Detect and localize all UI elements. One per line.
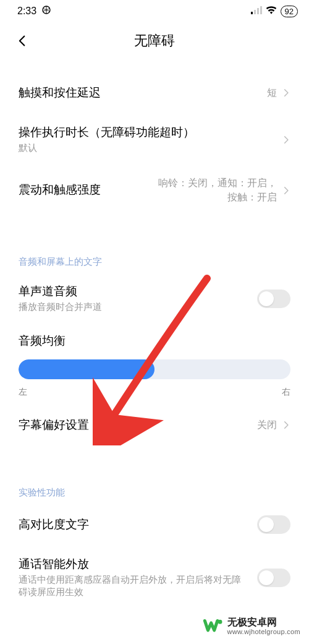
row-mono-audio: 单声道音频 播放音频时合并声道 (0, 273, 309, 324)
title-bar: 无障碍 (0, 22, 309, 59)
row-touch-hold-delay[interactable]: 触摸和按住延迟 短 (0, 72, 309, 114)
row-title: 字幕偏好设置 (19, 418, 250, 433)
watermark: 无极安卓网 www.wjhotelgroup.com (203, 616, 301, 637)
row-subtitle: 默认 (19, 142, 274, 154)
status-bar: 2:33 92 (0, 0, 309, 22)
row-title: 触摸和按住延迟 (19, 85, 260, 101)
status-time: 2:33 (17, 6, 36, 17)
watermark-title: 无极安卓网 (227, 617, 301, 628)
svg-rect-4 (260, 6, 262, 14)
watermark-url: www.wjhotelgroup.com (227, 628, 301, 635)
row-call-speaker: 通话智能外放 通话中使用距离感应器自动开启外放，开启后将对无障碍读屏应用生效 (0, 546, 309, 609)
row-caption-preferences[interactable]: 字幕偏好设置 关闭 (0, 404, 309, 446)
row-title: 操作执行时长（无障碍功能超时） (19, 125, 274, 140)
svg-point-5 (218, 620, 222, 624)
page-title: 无障碍 (134, 32, 175, 50)
back-button[interactable] (15, 33, 30, 48)
chevron-right-icon (282, 186, 290, 195)
row-action-timeout[interactable]: 操作执行时长（无障碍功能超时） 默认 (0, 114, 309, 165)
chevron-right-icon (282, 135, 290, 144)
row-value: 关闭 (257, 418, 277, 432)
row-subtitle: 播放音频时合并声道 (19, 301, 250, 313)
row-title: 高对比度文字 (19, 517, 250, 533)
slider-label-right: 右 (282, 387, 290, 398)
row-value: 短 (267, 86, 277, 100)
section-header-audio-text: 音频和屏幕上的文字 (0, 247, 309, 273)
row-audio-balance: 音频均衡 左 右 (0, 324, 309, 404)
row-title: 音频均衡 (19, 333, 290, 348)
toggle-call-speaker[interactable] (257, 569, 290, 587)
svg-rect-1 (251, 12, 253, 14)
battery-indicator: 92 (281, 6, 298, 17)
row-subtitle: 通话中使用距离感应器自动开启外放，开启后将对无障碍读屏应用生效 (19, 573, 250, 599)
signal-icon (251, 6, 262, 17)
svg-rect-2 (254, 10, 256, 14)
wifi-icon (266, 6, 277, 17)
slider-label-left: 左 (19, 387, 27, 398)
toggle-mono-audio[interactable] (257, 290, 290, 308)
svg-rect-3 (257, 8, 259, 14)
row-high-contrast-text: 高对比度文字 (0, 504, 309, 546)
section-header-experimental: 实验性功能 (0, 478, 309, 504)
row-value: 响铃：关闭，通知：开启，按触：开启 (153, 176, 277, 204)
slider-audio-balance[interactable] (19, 359, 290, 379)
toggle-high-contrast[interactable] (257, 515, 290, 534)
chevron-right-icon (282, 421, 290, 429)
row-title: 单声道音频 (19, 284, 250, 299)
slider-fill (19, 359, 154, 379)
chevron-right-icon (282, 88, 290, 97)
row-title: 震动和触感强度 (19, 182, 146, 198)
row-vibration-haptics[interactable]: 震动和触感强度 响铃：关闭，通知：开启，按触：开启 (0, 165, 309, 215)
watermark-logo-icon (203, 616, 224, 637)
row-title: 通话智能外放 (19, 557, 250, 572)
network-icon (41, 5, 51, 17)
